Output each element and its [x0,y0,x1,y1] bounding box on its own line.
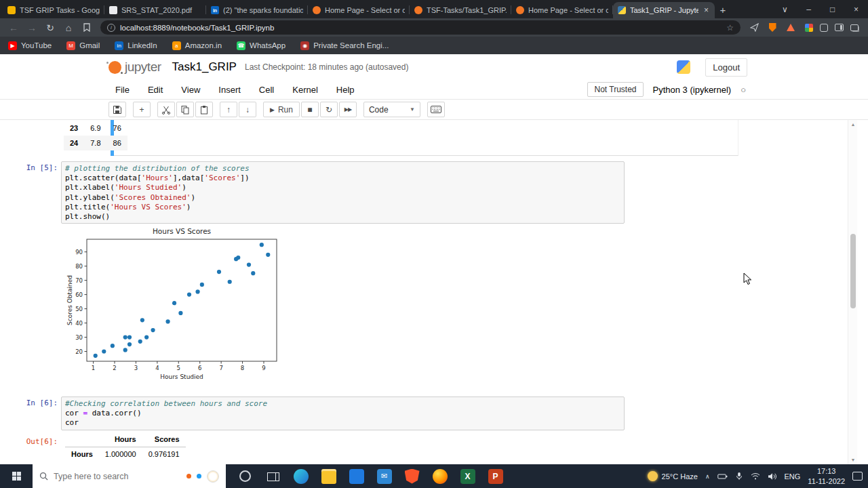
back-button[interactable]: ← [5,20,22,35]
menu-file[interactable]: File [115,85,130,95]
taskbar-app-edge[interactable] [287,464,315,488]
interrupt-kernel-button[interactable]: ■ [301,102,319,117]
taskbar-app-powerpoint[interactable]: P [481,464,509,488]
trust-button[interactable]: Not Trusted [587,82,643,97]
maximize-button[interactable]: □ [821,0,844,18]
weather-widget[interactable]: 25°C Haze [648,471,698,481]
bookmark-label: YouTube [21,41,52,49]
add-cell-button[interactable]: + [133,102,151,117]
command-palette-button[interactable] [427,102,445,117]
collections-icon[interactable] [850,24,859,31]
url-text[interactable]: localhost:8889/notebooks/Task1_GRIP.ipyn… [120,24,722,32]
taskbar-app-brave[interactable] [398,464,426,488]
new-tab-button[interactable]: + [715,1,731,18]
scroll-up-icon[interactable]: ▲ [848,122,858,127]
bookmark-item[interactable]: aAmazon.in [172,41,222,50]
site-info-icon[interactable]: i [107,24,115,32]
restart-run-all-button[interactable]: ▶▶ [339,102,357,117]
taskbar-search[interactable] [33,464,226,488]
corner-cell [65,432,99,447]
close-button[interactable]: × [844,0,868,18]
tab-search-icon[interactable]: ∨ [773,0,797,18]
code-cell-in6[interactable]: #Checking correlation between hours and … [61,396,625,430]
bookmark-item[interactable]: ▶YouTube [8,41,52,50]
menu-edit[interactable]: Edit [148,85,163,95]
taskbar-app-task-view[interactable] [259,464,287,488]
taskbar-app-file-explorer[interactable] [315,464,342,488]
address-bar[interactable]: i localhost:8889/notebooks/Task1_GRIP.ip… [100,20,741,35]
hidden-icons-button[interactable]: ∧ [705,473,710,480]
browser-tab[interactable]: Home Page - Select or cre [308,2,410,18]
browser-tab[interactable]: SRS_STAT_2020.pdf [104,2,206,18]
battery-icon[interactable] [717,472,728,481]
edge-icon [294,469,309,484]
taskbar-app-excel[interactable]: X [454,464,481,488]
minimize-button[interactable]: – [797,0,821,18]
taskbar-app-firefox[interactable] [426,464,454,488]
menu-view[interactable]: View [181,85,200,95]
language-indicator[interactable]: ENG [785,472,801,481]
copy-cell-button[interactable] [176,102,194,117]
svg-text:2: 2 [113,365,116,371]
move-cell-down-button[interactable]: ↓ [239,102,256,117]
jupyter-logo[interactable]: jupyter [108,60,161,75]
search-daily-icon[interactable] [207,470,219,483]
action-center-button[interactable] [852,472,863,481]
checkpoint-text: Last Checkpoint: 18 minutes ago (autosav… [245,62,409,72]
reload-button[interactable]: ↻ [42,20,58,35]
bookmark-item[interactable]: ◉Private Search Engi... [300,41,389,50]
menu-help[interactable]: Help [336,85,355,95]
menu-kernel[interactable]: Kernel [292,85,318,95]
taskbar-app-mail[interactable]: ✉ [370,464,398,488]
volume-icon[interactable] [768,472,777,481]
cut-cell-button[interactable] [157,102,175,117]
scrollbar[interactable]: ▲ ▼ [848,120,857,464]
table-row: 247.886 [64,136,127,150]
share-icon[interactable] [746,20,762,35]
extension-icons [801,24,863,32]
scrollbar-thumb[interactable] [850,234,856,308]
move-cell-up-button[interactable]: ↑ [220,102,237,117]
svg-text:8: 8 [241,365,244,371]
cell-type-select[interactable]: Code ▼ [363,102,420,117]
tab-close-icon[interactable]: × [703,5,710,15]
notebook-title[interactable]: Task1_GRIP [172,60,237,74]
menu-insert[interactable]: Insert [218,85,241,95]
browser-tab[interactable]: Task1_GRIP - Jupyter N× [613,2,715,18]
bookmark-star-icon[interactable]: ☆ [726,23,734,33]
bookmark-item[interactable]: ☎WhatsApp [237,41,285,50]
browser-tab[interactable]: Home Page - Select or cre [511,2,613,18]
alert-triangle-icon[interactable] [783,20,799,35]
run-button[interactable]: ▶ Run [263,102,300,117]
bookmark-item[interactable]: MGmail [66,41,100,50]
start-button[interactable] [0,464,33,488]
scroll-down-icon[interactable]: ▼ [848,458,858,462]
code-cell-in5[interactable]: # plotting the distribution of the score… [61,161,625,224]
mic-icon[interactable] [735,472,743,481]
bookmark-item[interactable]: inLinkedIn [115,41,157,50]
python-favicon [618,6,626,14]
extensions-icon[interactable] [820,24,828,32]
code-line: cor = data.corr() [65,409,624,418]
browser-tab[interactable]: in(2) "the sparks foundation [206,2,308,18]
paste-cell-button[interactable] [195,102,213,117]
restart-kernel-button[interactable]: ↻ [320,102,338,117]
office-apps-icon[interactable] [805,24,813,32]
adblock-shield-icon[interactable] [764,20,781,35]
save-button[interactable] [108,102,126,117]
browser-tab[interactable]: TSF GRIP Tasks - Google Sl [3,2,104,18]
wifi-icon[interactable] [751,472,760,480]
reading-list-icon[interactable] [79,20,95,35]
browser-tab[interactable]: TSF-Tasks/Task1_GRIP.ipyn [410,2,511,18]
clock[interactable]: 17:13 11-11-2022 [808,466,845,486]
header-extension-icon[interactable] [677,60,690,74]
taskbar-app-store[interactable] [342,464,370,488]
search-input[interactable] [54,472,181,481]
selected-dataframe-cell[interactable] [111,120,738,156]
forward-button[interactable]: → [24,20,40,35]
home-button[interactable]: ⌂ [60,20,77,35]
menu-cell[interactable]: Cell [259,85,274,95]
taskbar-app-cortana[interactable] [231,464,259,488]
split-screen-icon[interactable] [835,24,844,31]
logout-button[interactable]: Logout [705,58,747,77]
